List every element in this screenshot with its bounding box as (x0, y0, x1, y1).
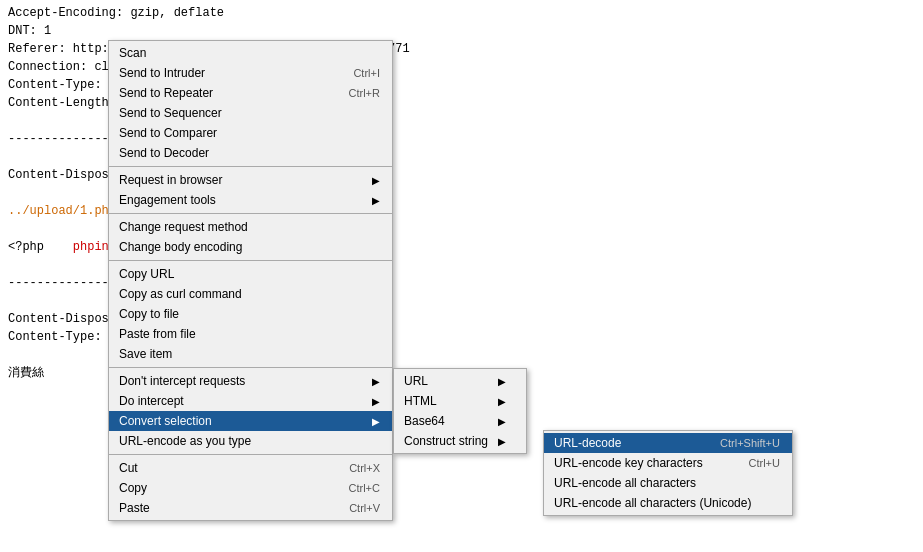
submenu-arrow: ▶ (498, 416, 506, 427)
menu-item-send-to-sequencer[interactable]: Send to Sequencer (109, 103, 392, 123)
menu-item-request-in-browser[interactable]: Request in browser ▶ (109, 170, 392, 190)
submenu-convert-selection: URL ▶ HTML ▶ Base64 ▶ Construct string ▶ (393, 368, 527, 454)
menu-item-copy-to-file[interactable]: Copy to file (109, 304, 392, 324)
menu-item-change-body-encoding[interactable]: Change body encoding (109, 237, 392, 257)
submenu2-url-encode-key[interactable]: URL-encode key characters Ctrl+U (544, 453, 792, 473)
menu-item-change-request-method[interactable]: Change request method (109, 217, 392, 237)
submenu2-url-decode[interactable]: URL-decode Ctrl+Shift+U (544, 433, 792, 453)
menu-item-send-to-intruder[interactable]: Send to Intruder Ctrl+I (109, 63, 392, 83)
submenu2-url-encode-all[interactable]: URL-encode all characters (544, 473, 792, 493)
separator (109, 367, 392, 368)
submenu-arrow: ▶ (372, 416, 380, 427)
submenu-arrow: ▶ (498, 396, 506, 407)
submenu1-construct-string[interactable]: Construct string ▶ (394, 431, 526, 451)
menu-item-send-to-comparer[interactable]: Send to Comparer (109, 123, 392, 143)
submenu-arrow: ▶ (372, 376, 380, 387)
menu-item-engagement-tools[interactable]: Engagement tools ▶ (109, 190, 392, 210)
separator (109, 454, 392, 455)
menu-item-cut[interactable]: Cut Ctrl+X (109, 458, 392, 478)
submenu-arrow: ▶ (372, 195, 380, 206)
menu-item-save-item[interactable]: Save item (109, 344, 392, 364)
menu-item-paste-from-file[interactable]: Paste from file (109, 324, 392, 344)
menu-item-scan[interactable]: Scan (109, 43, 392, 63)
menu-item-send-to-repeater[interactable]: Send to Repeater Ctrl+R (109, 83, 392, 103)
submenu1-url[interactable]: URL ▶ (394, 371, 526, 391)
menu-item-url-encode-as-you-type[interactable]: URL-encode as you type (109, 431, 392, 451)
submenu-arrow: ▶ (372, 175, 380, 186)
editor-line: DNT: 1 (8, 22, 915, 40)
submenu1-html[interactable]: HTML ▶ (394, 391, 526, 411)
menu-item-convert-selection[interactable]: Convert selection ▶ (109, 411, 392, 431)
separator (109, 213, 392, 214)
submenu1-base64[interactable]: Base64 ▶ (394, 411, 526, 431)
separator (109, 260, 392, 261)
context-menu: Scan Send to Intruder Ctrl+I Send to Rep… (108, 40, 393, 521)
submenu-arrow: ▶ (372, 396, 380, 407)
submenu-arrow: ▶ (498, 436, 506, 447)
menu-item-copy-url[interactable]: Copy URL (109, 264, 392, 284)
menu-item-dont-intercept[interactable]: Don't intercept requests ▶ (109, 371, 392, 391)
editor-line: Accept-Encoding: gzip, deflate (8, 4, 915, 22)
menu-item-copy-as-curl[interactable]: Copy as curl command (109, 284, 392, 304)
submenu2-url-encode-all-unicode[interactable]: URL-encode all characters (Unicode) (544, 493, 792, 513)
submenu-url-options: URL-decode Ctrl+Shift+U URL-encode key c… (543, 430, 793, 516)
menu-item-paste[interactable]: Paste Ctrl+V (109, 498, 392, 518)
submenu-arrow: ▶ (498, 376, 506, 387)
separator (109, 166, 392, 167)
menu-item-copy[interactable]: Copy Ctrl+C (109, 478, 392, 498)
menu-item-do-intercept[interactable]: Do intercept ▶ (109, 391, 392, 411)
menu-item-send-to-decoder[interactable]: Send to Decoder (109, 143, 392, 163)
